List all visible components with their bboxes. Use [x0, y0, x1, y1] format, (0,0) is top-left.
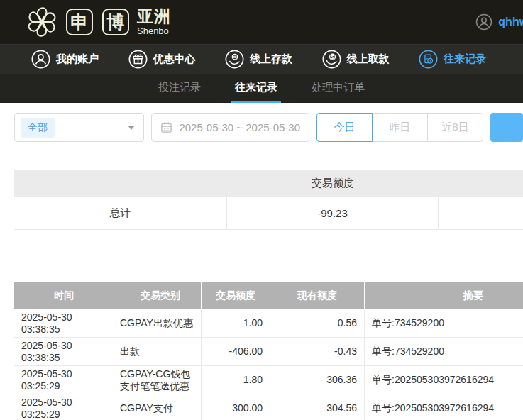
section-divider — [14, 153, 523, 153]
yesterday-button[interactable]: 昨日 — [372, 113, 428, 142]
cell-memo: 单号:734529200 — [364, 309, 523, 337]
cell-memo: 单号:202505303972616294 — [364, 366, 523, 394]
table-row: 2025-05-30 03:25:29 CGPAY-CG钱包支付笔笔送优惠 1.… — [14, 366, 523, 394]
col-header-amount: 交易额度 — [201, 282, 270, 309]
user-avatar-icon — [475, 13, 492, 31]
svg-text:$: $ — [330, 54, 334, 60]
cell-type: 出款 — [114, 338, 201, 365]
summary-total-value: -99.23 — [227, 197, 439, 229]
col-header-time: 时间 — [14, 282, 114, 309]
col-header-memo: 摘要 — [364, 282, 523, 309]
last-8-days-button[interactable]: 近8日 — [427, 113, 483, 142]
logo-region-text: 亚洲 — [137, 9, 171, 25]
logo-char-shen: 申 — [66, 9, 93, 35]
tab-transaction-records[interactable]: 往来记录 — [231, 74, 281, 103]
cell-time: 2025-05-30 03:25:29 — [14, 394, 114, 420]
cell-amount: -406.00 — [201, 338, 270, 365]
cell-time: 2025-05-30 03:38:35 — [14, 309, 114, 337]
transaction-record-icon — [419, 50, 438, 69]
cell-balance: 0.56 — [270, 309, 364, 337]
cell-balance: 306.36 — [270, 366, 364, 394]
nav-label: 线上取款 — [347, 52, 390, 66]
main-nav: 我的账户 优惠中心 线上存款 — [0, 44, 523, 74]
summary-header-row: 交易额度 — [14, 170, 523, 197]
cell-amount: 1.80 — [201, 366, 270, 394]
date-range-value: 2025-05-30 ~ 2025-05-30 — [179, 121, 300, 133]
table-row: 2025-05-30 03:38:35 出款 -406.00 -0.43 单号:… — [14, 338, 523, 366]
deposit-hand-coin-icon — [225, 50, 244, 69]
search-button[interactable] — [490, 113, 523, 142]
summary-table: 交易额度 总计 -99.23 — [14, 170, 523, 230]
logo-char-bo: 博 — [102, 9, 129, 35]
nav-item-my-account[interactable]: 我的账户 — [31, 50, 99, 69]
withdraw-hand-dollar-icon: $ — [322, 50, 341, 69]
gift-circle-icon — [128, 50, 148, 69]
cell-amount: 300.00 — [201, 394, 270, 420]
nav-item-promotions[interactable]: 优惠中心 — [128, 50, 196, 69]
filter-row: 全部 2025-05-30 ~ 2025-05-30 今日 昨日 近8日 — [14, 113, 523, 142]
account-circle-icon — [31, 50, 50, 69]
summary-empty-cell — [439, 197, 523, 229]
transaction-type-select[interactable]: 全部 — [14, 113, 144, 142]
col-header-balance: 现有额度 — [270, 282, 364, 309]
cell-balance: -0.43 — [270, 338, 364, 365]
nav-item-online-deposit[interactable]: 线上存款 — [225, 50, 292, 69]
nav-item-transaction-records[interactable]: 往来记录 — [419, 50, 486, 69]
brand-logo[interactable]: 申 博 亚洲 Shenbo — [24, 4, 171, 40]
cell-type: CGPAY-CG钱包支付笔笔送优惠 — [114, 366, 201, 394]
col-header-type: 交易类别 — [114, 282, 201, 309]
nav-label: 优惠中心 — [153, 52, 196, 66]
selected-type-chip: 全部 — [21, 118, 55, 138]
table-row: 2025-05-30 03:25:29 CGPAY支付 300.00 304.5… — [14, 394, 523, 420]
nav-label: 往来记录 — [444, 52, 486, 66]
records-header-row: 时间 交易类别 交易额度 现有额度 摘要 — [14, 282, 523, 309]
date-range-input[interactable]: 2025-05-30 ~ 2025-05-30 — [151, 113, 309, 142]
nav-label: 我的账户 — [56, 52, 99, 66]
calendar-icon — [160, 121, 172, 133]
cell-memo: 单号:734529200 — [364, 338, 523, 365]
cell-time: 2025-05-30 03:25:29 — [14, 366, 114, 394]
tab-betting-records[interactable]: 投注记录 — [155, 74, 204, 103]
nav-label: 线上存款 — [250, 52, 292, 66]
cell-type: CGPAY支付 — [114, 394, 201, 420]
lotus-flower-icon — [24, 4, 60, 40]
nav-item-online-withdraw[interactable]: $ 线上取款 — [322, 50, 390, 69]
quick-date-buttons: 今日 昨日 近8日 — [316, 113, 483, 142]
summary-total-row: 总计 -99.23 — [14, 197, 523, 230]
page: 申 博 亚洲 Shenbo qhhw2 我的账户 — [0, 0, 523, 420]
tab-pending-orders[interactable]: 处理中订单 — [308, 74, 368, 103]
records-table: 时间 交易类别 交易额度 现有额度 摘要 2025-05-30 03:38:35… — [14, 282, 523, 420]
summary-total-label: 总计 — [14, 197, 227, 229]
cell-time: 2025-05-30 03:38:35 — [14, 338, 114, 365]
user-account-link[interactable]: qhhw2 — [475, 13, 523, 31]
cell-amount: 1.00 — [201, 309, 270, 337]
today-button[interactable]: 今日 — [316, 113, 373, 142]
logo-subtitle: Shenbo — [137, 26, 171, 35]
top-header: 申 博 亚洲 Shenbo qhhw2 — [0, 0, 523, 44]
sub-nav: 投注记录 往来记录 处理中订单 — [0, 74, 523, 103]
cell-memo: 单号:202505303972616294 — [364, 394, 523, 420]
cell-type: CGPAY出款优惠 — [114, 309, 201, 337]
chevron-down-icon — [128, 126, 135, 130]
username-text: qhhw2 — [498, 16, 523, 28]
cell-balance: 304.56 — [270, 394, 364, 420]
table-row: 2025-05-30 03:38:35 CGPAY出款优惠 1.00 0.56 … — [14, 309, 523, 338]
summary-amount-header: 交易额度 — [227, 177, 439, 190]
